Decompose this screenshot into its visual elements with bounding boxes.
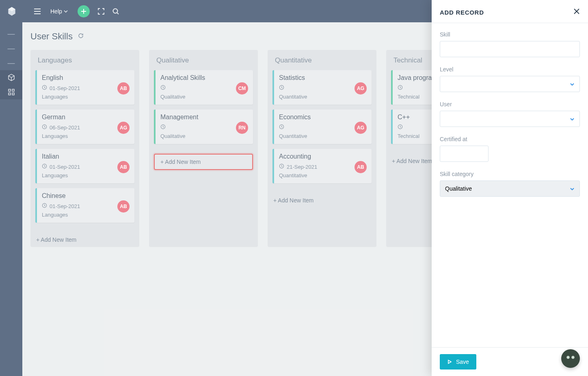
add-button[interactable] bbox=[78, 5, 90, 17]
skill-card[interactable]: Italian 01-Sep-2021 Languages AB bbox=[35, 149, 134, 183]
svg-rect-10 bbox=[12, 93, 14, 95]
clock-icon bbox=[279, 85, 284, 91]
card-title: Statistics bbox=[279, 74, 367, 82]
owl-icon bbox=[566, 356, 575, 361]
avatar: RN bbox=[236, 122, 248, 134]
avatar: AB bbox=[117, 161, 130, 173]
grid-icon bbox=[8, 88, 15, 96]
avatar: AG bbox=[355, 82, 367, 95]
svg-rect-7 bbox=[9, 89, 11, 91]
chevron-down-icon bbox=[570, 116, 575, 122]
clock-icon bbox=[279, 163, 284, 170]
column-title: Qualitative bbox=[149, 50, 258, 70]
card-title: English bbox=[42, 74, 130, 82]
card-title: Italian bbox=[42, 153, 130, 160]
certified-date-input[interactable] bbox=[440, 146, 489, 162]
skill-card[interactable]: Accounting 21-Sep-2021 Quantitative AB bbox=[272, 149, 372, 183]
skill-card[interactable]: Chinese 01-Sep-2021 Languages AB bbox=[35, 188, 134, 223]
level-select[interactable] bbox=[440, 76, 580, 92]
category-select[interactable]: Qualitative bbox=[440, 180, 580, 197]
clock-icon bbox=[160, 85, 166, 91]
card-category: Quantitative bbox=[279, 133, 367, 139]
card-title: Accounting bbox=[279, 153, 367, 160]
plus-icon bbox=[81, 9, 86, 14]
skill-card[interactable]: Management Qualitative RN bbox=[154, 110, 253, 144]
column-title: Languages bbox=[30, 50, 139, 70]
svg-point-5 bbox=[113, 9, 117, 13]
help-label: Help bbox=[50, 8, 62, 15]
avatar: AG bbox=[355, 122, 367, 134]
panel-body: Skill Level User Certified at bbox=[432, 23, 588, 347]
chat-widget[interactable] bbox=[561, 349, 580, 368]
clock-icon bbox=[42, 163, 47, 170]
search-icon[interactable] bbox=[108, 4, 123, 19]
rail-item-3[interactable]: — bbox=[0, 56, 22, 70]
board-column: Languages English 01-Sep-2021 Languages … bbox=[30, 50, 139, 247]
skill-card[interactable]: Statistics Quantitative AG bbox=[272, 70, 372, 105]
card-category: Qualitative bbox=[160, 94, 248, 100]
skill-card[interactable]: Analytical Skills Qualitative CM bbox=[154, 70, 253, 105]
menu-icon[interactable] bbox=[30, 4, 45, 19]
save-button[interactable]: Save bbox=[440, 354, 476, 370]
card-date bbox=[279, 85, 367, 91]
svg-rect-8 bbox=[12, 89, 14, 91]
rail-item-cube[interactable] bbox=[0, 70, 22, 85]
panel-title: ADD RECORD bbox=[440, 9, 484, 16]
skill-label: Skill bbox=[440, 31, 580, 38]
card-date: 06-Sep-2021 bbox=[42, 124, 130, 131]
avatar: AB bbox=[117, 82, 130, 95]
clock-icon bbox=[279, 124, 284, 131]
chevron-down-icon bbox=[570, 81, 575, 87]
clock-icon bbox=[398, 85, 403, 91]
board-column: Quantitative Statistics Quantitative AG … bbox=[268, 50, 376, 247]
card-title: German bbox=[42, 114, 130, 121]
rail-item-grid[interactable] bbox=[0, 85, 22, 99]
card-date: 01-Sep-2021 bbox=[42, 163, 130, 170]
user-select[interactable] bbox=[440, 111, 580, 127]
card-category: Languages bbox=[42, 172, 130, 178]
reload-icon[interactable] bbox=[78, 32, 84, 41]
clock-icon bbox=[160, 124, 166, 131]
help-menu[interactable]: Help bbox=[50, 8, 68, 15]
skill-card[interactable]: Economics Quantitative AG bbox=[272, 110, 372, 144]
card-category: Languages bbox=[42, 212, 130, 218]
left-rail: — — — bbox=[0, 22, 22, 376]
card-title: Management bbox=[160, 114, 248, 121]
column-title: Quantitative bbox=[268, 50, 376, 70]
skill-card[interactable]: German 06-Sep-2021 Languages AG bbox=[35, 110, 134, 144]
certified-label: Certified at bbox=[440, 136, 580, 142]
add-new-item[interactable]: + Add New Item bbox=[154, 154, 253, 170]
card-date bbox=[160, 85, 248, 91]
panel-header: ADD RECORD bbox=[432, 0, 588, 23]
user-label: User bbox=[440, 101, 580, 107]
fullscreen-icon[interactable] bbox=[94, 4, 108, 19]
card-date: 21-Sep-2021 bbox=[279, 163, 367, 170]
add-new-item[interactable]: + Add New Item bbox=[268, 193, 376, 208]
close-icon[interactable] bbox=[573, 8, 580, 16]
card-date bbox=[160, 124, 248, 131]
card-category: Languages bbox=[42, 94, 130, 100]
add-new-item[interactable]: + Add New Item bbox=[30, 232, 139, 247]
rail-item-2[interactable]: — bbox=[0, 41, 22, 56]
avatar: AB bbox=[355, 161, 367, 173]
skill-input[interactable] bbox=[440, 41, 580, 57]
card-category: Quantitative bbox=[279, 172, 367, 178]
app-logo[interactable] bbox=[6, 6, 17, 17]
card-date bbox=[279, 124, 367, 131]
avatar: AG bbox=[117, 122, 130, 134]
card-date: 01-Sep-2021 bbox=[42, 85, 130, 91]
card-date: 01-Sep-2021 bbox=[42, 203, 130, 209]
card-category: Qualitative bbox=[160, 133, 248, 139]
rail-item-1[interactable]: — bbox=[0, 26, 22, 41]
add-record-panel: ADD RECORD Skill Level User bbox=[432, 0, 588, 376]
svg-rect-9 bbox=[9, 93, 11, 95]
card-title: Analytical Skills bbox=[160, 74, 248, 82]
chevron-down-icon bbox=[570, 185, 575, 192]
card-category: Languages bbox=[42, 133, 130, 139]
play-icon bbox=[447, 359, 452, 364]
card-title: Chinese bbox=[42, 192, 130, 200]
avatar: CM bbox=[236, 82, 248, 95]
category-value: Qualitative bbox=[445, 185, 472, 192]
card-title: Economics bbox=[279, 114, 367, 121]
skill-card[interactable]: English 01-Sep-2021 Languages AB bbox=[35, 70, 134, 105]
